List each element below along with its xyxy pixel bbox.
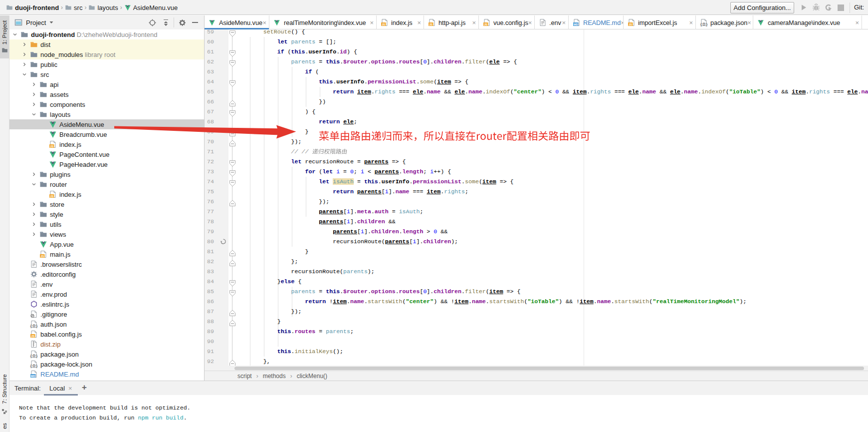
- svg-text:{⚙}: {⚙}: [700, 22, 708, 26]
- svg-text:JS: JS: [629, 23, 632, 26]
- svg-text:JS: JS: [50, 145, 53, 148]
- svg-text:JS: JS: [31, 335, 34, 338]
- svg-text:MD: MD: [574, 23, 578, 26]
- svg-text:JS: JS: [484, 23, 487, 26]
- svg-text:{⚙}: {⚙}: [30, 354, 38, 358]
- svg-text:JS: JS: [40, 255, 44, 258]
- svg-text:JS: JS: [382, 23, 385, 26]
- svg-text:{⚙}: {⚙}: [30, 324, 38, 328]
- svg-text:{⚙}: {⚙}: [30, 364, 38, 368]
- svg-text:MD: MD: [31, 375, 35, 378]
- svg-text:JS: JS: [50, 195, 53, 198]
- svg-text:JS: JS: [429, 23, 433, 26]
